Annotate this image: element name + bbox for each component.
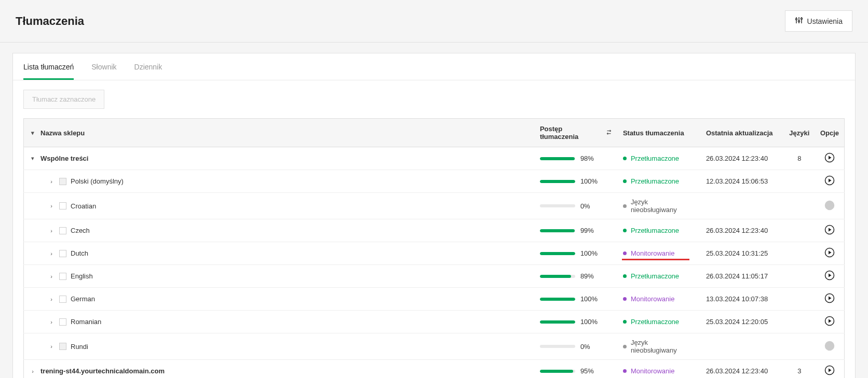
status-dot-icon: [623, 320, 627, 324]
progress-value: 0%: [580, 343, 590, 351]
table-row: ›Dutch100%Monitorowanie25.03.2024 10:31:…: [24, 242, 845, 265]
tab-list[interactable]: Lista tłumaczeń: [23, 63, 74, 80]
updated-value: 25.03.2024 10:31:25: [701, 242, 784, 265]
progress-bar: 0%: [540, 202, 613, 210]
chevron-right-icon[interactable]: ›: [48, 296, 55, 302]
row-name: Wspólne treści: [40, 155, 88, 162]
progress-bar: 95%: [540, 367, 613, 375]
chevron-right-icon[interactable]: ›: [48, 203, 55, 209]
progress-value: 95%: [580, 367, 594, 375]
row-name: German: [71, 295, 95, 303]
status-dot-icon: [623, 274, 627, 278]
table-row: ›Romanian100%Przetłumaczone25.03.2024 12…: [24, 311, 845, 333]
progress-value: 100%: [580, 318, 598, 326]
row-name: Romanian: [71, 318, 101, 326]
tab-dictionary[interactable]: Słownik: [91, 63, 116, 80]
play-circle-icon[interactable]: [824, 297, 835, 305]
row-checkbox[interactable]: [59, 318, 66, 326]
langs-value: [784, 193, 815, 219]
status-dot-icon: [623, 369, 627, 373]
column-name: Nazwa sklepu: [40, 129, 85, 137]
status-text: Przetłumaczone: [631, 177, 679, 185]
chevron-down-icon[interactable]: ▾: [29, 155, 36, 162]
play-circle-icon[interactable]: [824, 251, 835, 259]
tab-diary[interactable]: Dziennik: [134, 63, 162, 80]
langs-value: [784, 311, 815, 333]
translations-table: ▾ Nazwa sklepu Postęp tłumaczenia: [23, 118, 845, 378]
play-circle-icon[interactable]: [824, 320, 835, 328]
updated-value: 25.03.2024 12:20:05: [701, 311, 784, 333]
chevron-right-icon[interactable]: ›: [48, 228, 55, 234]
page-title: Tłumaczenia: [16, 15, 84, 28]
swap-icon[interactable]: [605, 129, 613, 137]
langs-value: 8: [784, 147, 815, 170]
table-row: ›trening-st44.yourtechnicaldomain.com95%…: [24, 360, 845, 379]
status-text: Przetłumaczone: [631, 272, 679, 280]
progress-bar: 89%: [540, 272, 613, 280]
play-circle-icon[interactable]: [824, 229, 835, 236]
table-row: ›Rundi0%Język nieobsługiwany: [24, 333, 845, 360]
langs-value: [784, 288, 815, 311]
row-checkbox[interactable]: [59, 250, 66, 257]
status-dot-icon: [623, 204, 627, 208]
table-row: ›English89%Przetłumaczone26.03.2024 11:0…: [24, 265, 845, 288]
table-row: ›Czech99%Przetłumaczone26.03.2024 12:23:…: [24, 219, 845, 242]
status-text: Język nieobsługiwany: [631, 198, 696, 214]
progress-bar: 98%: [540, 155, 613, 162]
play-circle-icon: [824, 345, 835, 353]
status-text: Język nieobsługiwany: [631, 339, 696, 354]
updated-value: 26.03.2024 12:23:40: [701, 360, 784, 379]
svg-point-3: [798, 21, 799, 22]
row-checkbox[interactable]: [59, 273, 66, 280]
settings-button[interactable]: Ustawienia: [785, 10, 852, 32]
chevron-down-icon[interactable]: ▾: [29, 130, 36, 136]
row-name: Czech: [71, 227, 90, 234]
updated-value: [701, 333, 784, 360]
langs-value: [784, 242, 815, 265]
column-status: Status tłumaczenia: [623, 129, 684, 137]
chevron-right-icon[interactable]: ›: [48, 178, 55, 185]
row-checkbox[interactable]: [59, 296, 66, 303]
status-text: Monitorowanie: [631, 367, 675, 375]
chevron-right-icon[interactable]: ›: [48, 250, 55, 257]
progress-bar: 100%: [540, 177, 613, 185]
progress-value: 100%: [580, 249, 598, 257]
chevron-right-icon[interactable]: ›: [48, 319, 55, 325]
table-row: ›Polski (domyślny)100%Przetłumaczone12.0…: [24, 170, 845, 193]
chevron-right-icon[interactable]: ›: [48, 343, 55, 349]
langs-value: [784, 219, 815, 242]
progress-value: 89%: [580, 272, 594, 280]
langs-value: 3: [784, 360, 815, 379]
status-dot-icon: [623, 251, 627, 255]
chevron-right-icon[interactable]: ›: [48, 273, 55, 279]
play-circle-icon[interactable]: [824, 274, 835, 282]
status-text: Przetłumaczone: [631, 155, 679, 162]
status-dot-icon: [623, 157, 627, 160]
svg-point-5: [801, 18, 802, 20]
updated-value: 12.03.2024 15:06:53: [701, 170, 784, 193]
status-text: Monitorowanie: [631, 249, 675, 257]
row-name: Dutch: [71, 249, 88, 257]
progress-bar: 100%: [540, 318, 613, 326]
status-dot-icon: [623, 297, 627, 301]
langs-value: [784, 333, 815, 360]
status-dot-icon: [623, 229, 627, 232]
row-checkbox[interactable]: [59, 202, 66, 209]
sliders-icon: [795, 16, 803, 26]
chevron-right-icon[interactable]: ›: [29, 368, 36, 374]
progress-bar: 100%: [540, 295, 613, 303]
progress-bar: 100%: [540, 249, 613, 257]
progress-value: 99%: [580, 227, 594, 234]
progress-value: 100%: [580, 295, 598, 303]
play-circle-icon[interactable]: [824, 369, 835, 377]
settings-label: Ustawienia: [807, 17, 843, 25]
play-circle-icon: [824, 204, 835, 212]
play-circle-icon[interactable]: [824, 179, 835, 187]
table-row: ›Croatian0%Język nieobsługiwany: [24, 193, 845, 219]
row-name: Rundi: [71, 343, 88, 351]
status-text: Monitorowanie: [631, 295, 675, 303]
highlight-underline: [622, 259, 689, 260]
row-checkbox[interactable]: [59, 227, 66, 234]
updated-value: 26.03.2024 12:23:40: [701, 219, 784, 242]
play-circle-icon[interactable]: [824, 157, 835, 164]
